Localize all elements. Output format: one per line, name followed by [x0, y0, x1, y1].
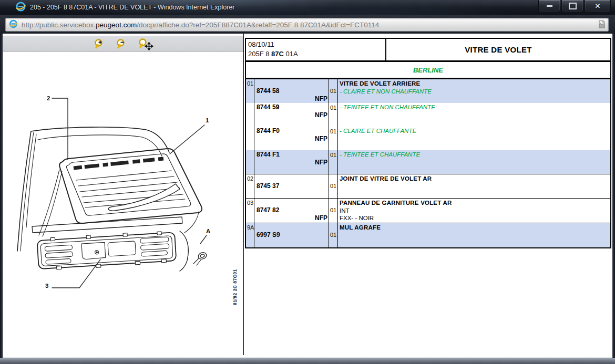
part-title: VITRE DE VOLET ARRIERE: [340, 80, 610, 88]
compatibility-view-icon[interactable]: [598, 20, 606, 30]
availability-label: NFP: [257, 95, 327, 103]
diagram-callout-2: 2: [47, 95, 50, 101]
diagram-callout-a: A: [206, 228, 210, 234]
group-cell: 03: [246, 199, 254, 223]
desc-cell: - TEINTEE ET CHAUFFANTE: [338, 150, 610, 174]
parts-table: 01 8744 58NFP 01 VITRE DE VOLET ARRIERE …: [245, 78, 611, 248]
ref-cell: 8744 58NFP: [254, 79, 329, 103]
part-title: MUL AGRAFE: [340, 224, 610, 232]
qty-cell: 01: [329, 223, 338, 247]
qty-cell: 01: [329, 174, 338, 198]
ref-cell: 8744 F0NFP: [254, 127, 329, 150]
desc-cell: PANNEAU DE GARNITURE VOLET AR INT FXX- -…: [338, 199, 610, 223]
zoom-pan-button[interactable]: [137, 38, 155, 50]
close-button[interactable]: ✕: [585, 0, 611, 12]
maximize-icon: [569, 3, 577, 9]
browser-window: 205 - 205F 8 87C01A - VITRE DE VOLET - W…: [0, 0, 615, 364]
part-desc: - CLAIRE ET NON CHAUFFANTE: [340, 88, 610, 96]
address-input[interactable]: http://public.servicebox.peugeot.com/doc…: [5, 18, 609, 32]
desc-cell: - TEINTEE ET NON CHAUFFANTE: [338, 103, 610, 127]
maximize-button[interactable]: [561, 0, 583, 12]
desc-cell: VITRE DE VOLET ARRIERE - CLAIRE ET NON C…: [338, 79, 610, 103]
availability-label: NFP: [257, 214, 327, 222]
part-row: 03 8747 82NFP 01 PANNEAU DE GARNITURE VO…: [246, 199, 610, 223]
ref-cell: 8745 37: [254, 174, 329, 198]
window-title: 205 - 205F 8 87C01A - VITRE DE VOLET - W…: [30, 4, 235, 11]
address-band: http://public.servicebox.peugeot.com/doc…: [0, 15, 615, 34]
qty-cell: 01: [329, 103, 338, 127]
zoom-in-magnifier-icon: [93, 38, 106, 50]
zoom-out-magnifier-icon: [115, 38, 128, 50]
part-row: 8744 F1NFP 01 - TEINTEE ET CHAUFFANTE: [246, 150, 610, 174]
window-controls: ✕: [538, 0, 611, 12]
diagram-callout-1: 1: [206, 117, 209, 123]
diagram-stamp: 01/92 2C 87C01: [232, 269, 238, 305]
part-block-03: 03 8747 82NFP 01 PANNEAU DE GARNITURE VO…: [246, 198, 610, 223]
part-row: 8744 F0NFP 01 - CLAIRE ET CHAUFFANTE: [246, 127, 610, 150]
diagram-toolbar: [3, 36, 243, 52]
qty-cell: 01: [329, 127, 338, 150]
part-desc: - TEINTEE ET NON CHAUFFANTE: [340, 103, 610, 111]
group-cell: 9A: [246, 223, 254, 247]
ref-cell: 8747 82NFP: [254, 199, 329, 223]
zoom-pan-magnifier-icon: [137, 38, 154, 50]
group-cell: 01: [246, 79, 254, 103]
url-text: http://public.servicebox.peugeot.com/doc…: [22, 21, 379, 29]
availability-label: NFP: [257, 135, 327, 143]
title-bar: 205 - 205F 8 87C01A - VITRE DE VOLET - W…: [0, 0, 615, 15]
part-desc: - TEINTEE ET CHAUFFANTE: [340, 151, 610, 159]
group-cell: 02: [246, 174, 254, 198]
part-row: 9A 6997 S9 01 MUL AGRAFE: [246, 223, 610, 247]
part-block-9a: 9A 6997 S9 01 MUL AGRAFE: [246, 223, 610, 247]
qty-cell: 01: [329, 150, 338, 174]
document-ref-cell: 08/10/11 205F 8 87C 01A: [246, 39, 386, 60]
ref-cell: 8744 F1NFP: [254, 150, 329, 174]
document-date: 08/10/11: [248, 40, 383, 49]
part-row: 8744 59NFP 01 - TEINTEE ET NON CHAUFFANT…: [246, 103, 610, 127]
desc-cell: JOINT DE VITRE DE VOLET AR: [338, 174, 610, 198]
model-variant-label: BERLINE: [413, 66, 443, 74]
qty-cell: 01: [329, 199, 338, 223]
part-desc: - CLAIRE ET CHAUFFANTE: [340, 127, 610, 135]
window-frame-right: [612, 34, 615, 358]
part-title: PANNEAU DE GARNITURE VOLET AR: [340, 199, 610, 207]
close-icon: ✕: [595, 3, 601, 9]
ref-cell: 6997 S9: [254, 223, 329, 247]
model-variant-row: BERLINE: [245, 61, 611, 79]
desc-cell: MUL AGRAFE: [338, 223, 610, 247]
url-domain: peugeot.com: [96, 21, 137, 29]
page-content: 2 1 3 A 01/92 2C 87C01 08/10/11 205F 8 8…: [3, 34, 612, 358]
document-title: VITRE DE VOLET: [386, 39, 610, 60]
page-favicon-ie-icon: [9, 19, 18, 30]
part-title: JOINT DE VITRE DE VOLET AR: [340, 175, 610, 183]
part-desc: INT: [340, 207, 610, 215]
hatch-diagram-image: 2 1 3 A 01/92 2C 87C01: [3, 51, 243, 353]
document-reference: 205F 8 87C 01A: [248, 49, 383, 59]
zoom-out-button[interactable]: [115, 38, 128, 50]
window-frame-bottom: [0, 358, 615, 364]
part-block-02: 02 8745 37 01 JOINT DE VITRE DE VOLET AR: [246, 174, 610, 198]
ref-cell: 8744 59NFP: [254, 103, 329, 127]
availability-label: NFP: [257, 111, 327, 119]
minimize-button[interactable]: [538, 0, 560, 12]
availability-label: NFP: [257, 159, 327, 167]
zoom-in-button[interactable]: [93, 38, 106, 50]
part-desc: FXX- - NOIR: [340, 214, 610, 222]
document-header: 08/10/11 205F 8 87C 01A VITRE DE VOLET: [245, 38, 611, 61]
pane-divider: [243, 34, 244, 355]
minimize-icon: [547, 5, 552, 7]
part-row: 02 8745 37 01 JOINT DE VITRE DE VOLET AR: [246, 174, 610, 198]
diagram-callout-3: 3: [45, 283, 48, 289]
internet-explorer-icon: [16, 2, 26, 13]
part-block-01: 01 8744 58NFP 01 VITRE DE VOLET ARRIERE …: [246, 79, 610, 174]
qty-cell: 01: [329, 79, 338, 103]
part-row: 01 8744 58NFP 01 VITRE DE VOLET ARRIERE …: [246, 79, 610, 103]
desc-cell: - CLAIRE ET CHAUFFANTE: [338, 127, 610, 150]
